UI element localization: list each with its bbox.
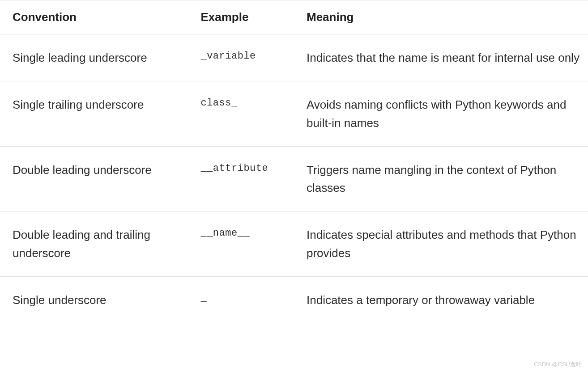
- cell-meaning: Indicates a temporary or throwaway varia…: [294, 277, 588, 324]
- header-convention: Convention: [0, 0, 188, 34]
- cell-meaning: Indicates special attributes and methods…: [294, 211, 588, 277]
- watermark: CSDN @CSU迦叶: [534, 360, 582, 368]
- header-meaning: Meaning: [294, 0, 588, 34]
- header-example: Example: [188, 0, 294, 34]
- cell-example: _: [188, 277, 294, 324]
- table-row: Double leading underscore __attribute Tr…: [0, 146, 588, 211]
- cell-convention: Single underscore: [0, 277, 188, 324]
- table-row: Double leading and trailing underscore _…: [0, 211, 588, 277]
- table-header-row: Convention Example Meaning: [0, 0, 588, 34]
- cell-example: _variable: [188, 34, 294, 81]
- cell-convention: Double leading underscore: [0, 146, 188, 211]
- table-row: Single leading underscore _variable Indi…: [0, 34, 588, 81]
- table-row: Single underscore _ Indicates a temporar…: [0, 277, 588, 324]
- cell-example: class_: [188, 81, 294, 147]
- cell-meaning: Avoids naming conflicts with Python keyw…: [294, 81, 588, 147]
- cell-example: __name__: [188, 211, 294, 277]
- cell-meaning: Triggers name mangling in the context of…: [294, 146, 588, 211]
- cell-meaning: Indicates that the name is meant for int…: [294, 34, 588, 81]
- cell-convention: Double leading and trailing underscore: [0, 211, 188, 277]
- cell-convention: Single leading underscore: [0, 34, 188, 81]
- table-row: Single trailing underscore class_ Avoids…: [0, 81, 588, 147]
- cell-convention: Single trailing underscore: [0, 81, 188, 147]
- conventions-table: Convention Example Meaning Single leadin…: [0, 0, 588, 323]
- cell-example: __attribute: [188, 146, 294, 211]
